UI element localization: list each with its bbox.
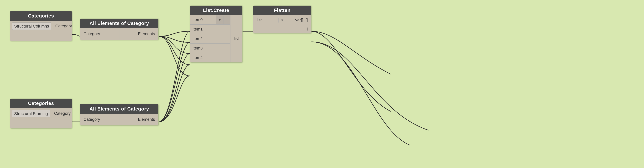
listcreate-header: List.Create bbox=[190, 5, 242, 15]
elements-node-2: All Elements of Category Category Elemen… bbox=[80, 104, 158, 125]
categories-1-port-label: Category bbox=[53, 22, 72, 30]
listcreate-add-button[interactable]: + bbox=[216, 15, 224, 24]
categories-2-empty bbox=[10, 119, 72, 126]
listcreate-item-3: item3 bbox=[190, 43, 230, 53]
listcreate-item-4: item4 bbox=[190, 53, 230, 62]
listcreate-node: List.Create item0 + - item1 item2 item3 … bbox=[190, 5, 242, 62]
flatten-port-list: list bbox=[253, 18, 278, 22]
flatten-header: Flatten bbox=[253, 5, 311, 15]
elements-2-port-elements: Elements bbox=[120, 114, 158, 125]
elements-node-1: All Elements of Category Category Elemen… bbox=[80, 19, 158, 40]
elements-2-header: All Elements of Category bbox=[80, 104, 158, 114]
categories-1-header: Categories bbox=[10, 11, 72, 21]
categories-2-dropdown-row: Structural Framing Category bbox=[10, 108, 72, 119]
categories-1-empty bbox=[10, 31, 72, 38]
flatten-port-var: var[]..[] bbox=[286, 18, 311, 22]
categories-1-dropdown-row: Structural Columns Category bbox=[10, 21, 72, 31]
flatten-arrow: > bbox=[278, 18, 286, 22]
listcreate-port-list: list bbox=[230, 15, 242, 62]
elements-1-header: All Elements of Category bbox=[80, 19, 158, 28]
listcreate-item-1: item1 bbox=[190, 24, 230, 34]
categories-node-2: Categories Structural Framing Category bbox=[10, 99, 72, 128]
listcreate-item-2: item2 bbox=[190, 34, 230, 43]
listcreate-item-0: item0 bbox=[190, 15, 216, 24]
categories-node-1: Categories Structural Columns Category bbox=[10, 11, 72, 41]
listcreate-remove-button[interactable]: - bbox=[224, 15, 230, 24]
categories-2-dropdown[interactable]: Structural Framing bbox=[12, 110, 50, 117]
elements-1-port-category: Category bbox=[80, 28, 120, 40]
canvas: Categories Structural Columns Category C… bbox=[0, 0, 644, 168]
categories-2-header: Categories bbox=[10, 99, 72, 108]
elements-2-port-category: Category bbox=[80, 114, 120, 125]
categories-2-port-label: Category bbox=[52, 110, 72, 117]
listcreate-ports-left: item0 + - item1 item2 item3 item4 bbox=[190, 15, 230, 62]
flatten-port-l: l bbox=[253, 25, 311, 33]
elements-1-port-elements: Elements bbox=[120, 28, 158, 40]
categories-1-dropdown[interactable]: Structural Columns bbox=[12, 22, 51, 30]
flatten-node: Flatten list > var[]..[] l bbox=[253, 5, 311, 33]
